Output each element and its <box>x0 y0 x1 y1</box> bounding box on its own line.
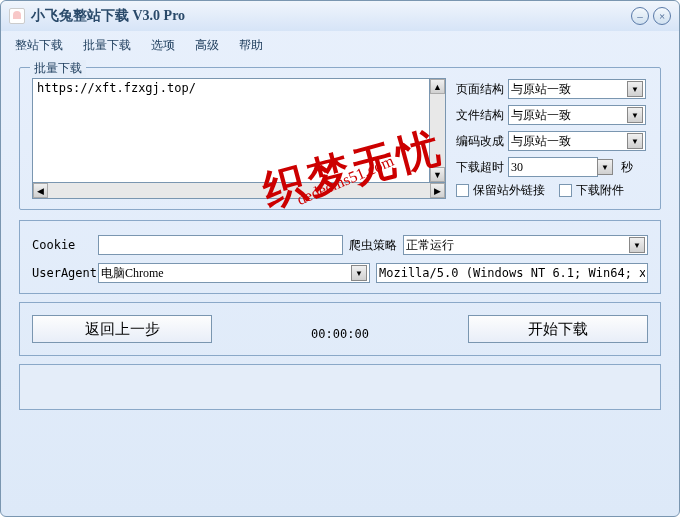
chevron-down-icon: ▼ <box>627 81 643 97</box>
content-area: 批量下载 https://xft.fzxgj.top/ ▲ ▼ ◀ <box>1 59 679 418</box>
menu-options[interactable]: 选项 <box>151 37 175 54</box>
timer-display: 00:00:00 <box>212 317 468 341</box>
timeout-unit: 秒 <box>621 159 633 176</box>
chevron-down-icon[interactable]: ▼ <box>597 159 613 175</box>
ua-select[interactable]: 电脑Chrome ▼ <box>98 263 370 283</box>
horizontal-scrollbar[interactable]: ◀ ▶ <box>32 183 446 199</box>
encoding-label: 编码改成 <box>456 133 508 150</box>
timeout-label: 下载超时 <box>456 159 508 176</box>
options-panel: 页面结构 与原站一致 ▼ 文件结构 与原站一致 ▼ <box>456 78 646 199</box>
keep-external-checkbox[interactable] <box>456 184 469 197</box>
scroll-right-icon[interactable]: ▶ <box>430 183 445 198</box>
scroll-track-h[interactable] <box>48 183 430 198</box>
scroll-track[interactable] <box>430 94 445 167</box>
settings-fieldset: Cookie 爬虫策略 正常运行 ▼ UserAgent 电脑Chrome ▼ <box>19 220 661 294</box>
page-struct-select[interactable]: 与原站一致 ▼ <box>508 79 646 99</box>
scroll-down-icon[interactable]: ▼ <box>430 167 445 182</box>
titlebar: 小飞兔整站下载 V3.0 Pro – × <box>1 1 679 31</box>
menu-help[interactable]: 帮助 <box>239 37 263 54</box>
chevron-down-icon: ▼ <box>351 265 367 281</box>
start-download-button[interactable]: 开始下载 <box>468 315 648 343</box>
menu-full-download[interactable]: 整站下载 <box>15 37 63 54</box>
minimize-button[interactable]: – <box>631 7 649 25</box>
file-struct-label: 文件结构 <box>456 107 508 124</box>
crawl-label: 爬虫策略 <box>349 237 397 254</box>
url-textarea[interactable]: https://xft.fzxgj.top/ <box>32 78 430 183</box>
download-attach-label: 下载附件 <box>576 182 624 199</box>
close-button[interactable]: × <box>653 7 671 25</box>
menu-advanced[interactable]: 高级 <box>195 37 219 54</box>
menubar: 整站下载 批量下载 选项 高级 帮助 <box>1 31 679 59</box>
chevron-down-icon: ▼ <box>627 107 643 123</box>
scroll-left-icon[interactable]: ◀ <box>33 183 48 198</box>
chevron-down-icon: ▼ <box>629 237 645 253</box>
ua-label: UserAgent <box>32 266 92 280</box>
window-title: 小飞兔整站下载 V3.0 Pro <box>31 7 185 25</box>
back-button[interactable]: 返回上一步 <box>32 315 212 343</box>
file-struct-select[interactable]: 与原站一致 ▼ <box>508 105 646 125</box>
cookie-label: Cookie <box>32 238 92 252</box>
cookie-input[interactable] <box>98 235 343 255</box>
page-struct-label: 页面结构 <box>456 81 508 98</box>
progress-area <box>19 364 661 410</box>
url-input-wrap: https://xft.fzxgj.top/ ▲ ▼ ◀ ▶ <box>32 78 446 199</box>
download-attach-checkbox[interactable] <box>559 184 572 197</box>
batch-legend: 批量下载 <box>30 60 86 77</box>
encoding-select[interactable]: 与原站一致 ▼ <box>508 131 646 151</box>
timeout-input-wrap <box>508 157 598 177</box>
crawl-select[interactable]: 正常运行 ▼ <box>403 235 648 255</box>
vertical-scrollbar[interactable]: ▲ ▼ <box>430 78 446 183</box>
chevron-down-icon: ▼ <box>627 133 643 149</box>
app-icon <box>9 8 25 24</box>
window-controls: – × <box>631 7 671 25</box>
menu-batch-download[interactable]: 批量下载 <box>83 37 131 54</box>
action-fieldset: 返回上一步 00:00:00 开始下载 <box>19 302 661 356</box>
batch-fieldset: 批量下载 https://xft.fzxgj.top/ ▲ ▼ ◀ <box>19 67 661 210</box>
app-window: 小飞兔整站下载 V3.0 Pro – × 整站下载 批量下载 选项 高级 帮助 … <box>0 0 680 517</box>
timeout-input[interactable] <box>511 160 595 175</box>
ua-input[interactable] <box>376 263 648 283</box>
scroll-up-icon[interactable]: ▲ <box>430 79 445 94</box>
keep-external-label: 保留站外链接 <box>473 182 545 199</box>
